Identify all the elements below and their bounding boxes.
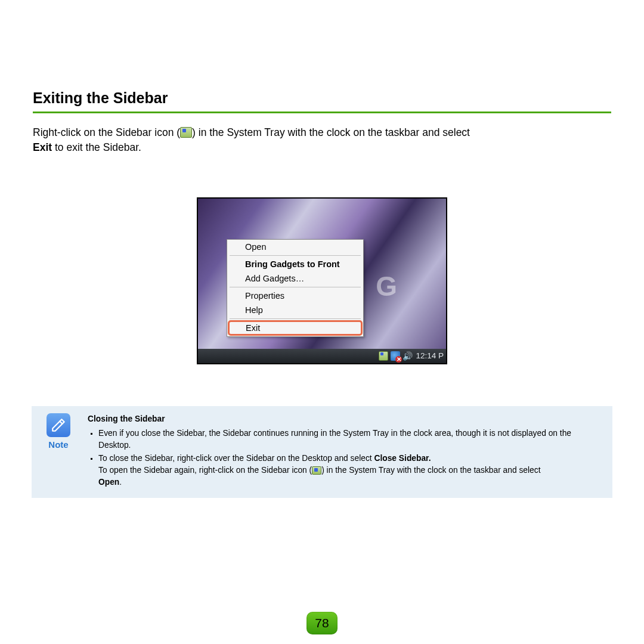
tray-network-icon[interactable] <box>391 351 400 361</box>
tray-clock: 12:14 P <box>416 351 444 360</box>
note-block: Note Closing the Sidebar Even if you clo… <box>32 406 612 498</box>
intro-text-2: ) in the System Tray with the clock on t… <box>192 126 470 138</box>
note-icon <box>47 413 70 437</box>
tray-sidebar-icon[interactable] <box>379 351 388 361</box>
page-heading: Exiting the Sidebar <box>33 89 611 113</box>
menu-item-help[interactable]: Help <box>227 303 363 317</box>
note-b2-c: To open the Sidebar again, right-click o… <box>98 466 312 475</box>
menu-item-properties[interactable]: Properties <box>227 289 363 303</box>
note-label: Note <box>40 439 77 450</box>
tray-volume-icon[interactable]: 🔊 <box>402 351 412 361</box>
screenshot: G Open Bring Gadgets to Front Add Gadget… <box>197 197 447 364</box>
menu-separator <box>230 255 361 256</box>
note-bullet-1: Even if you close the Sidebar, the Sideb… <box>98 428 604 451</box>
note-b2-f: . <box>119 478 122 487</box>
intro-text-1: Right-click on the Sidebar icon ( <box>33 126 180 138</box>
menu-item-add-gadgets[interactable]: Add Gadgets… <box>227 271 363 286</box>
brand-letter: G <box>376 270 398 302</box>
menu-item-exit[interactable]: Exit <box>228 320 363 336</box>
sidebar-icon <box>180 127 192 138</box>
note-b2-close-bold: Close Sidebar. <box>374 454 431 463</box>
note-b2-a: To close the Sidebar, right-click over t… <box>98 454 374 463</box>
note-b2-open-bold: Open <box>98 478 119 487</box>
sidebar-icon <box>312 466 321 475</box>
menu-separator <box>230 318 361 319</box>
context-menu: Open Bring Gadgets to Front Add Gadgets…… <box>227 239 364 337</box>
taskbar: 🔊 12:14 P <box>198 349 446 363</box>
note-b2-d: ) in the System Tray with the clock on t… <box>321 466 540 475</box>
intro-paragraph: Right-click on the Sidebar icon () in th… <box>33 125 611 156</box>
note-heading: Closing the Sidebar <box>88 413 604 425</box>
menu-separator <box>230 287 361 287</box>
note-bullet-2: To close the Sidebar, right-click over t… <box>98 453 604 488</box>
intro-text-4: to exit the Sidebar. <box>52 141 141 153</box>
page-number: 78 <box>306 612 338 634</box>
menu-item-bring-gadgets[interactable]: Bring Gadgets to Front <box>227 257 363 271</box>
intro-exit-bold: Exit <box>33 141 52 153</box>
menu-item-open[interactable]: Open <box>227 240 363 254</box>
